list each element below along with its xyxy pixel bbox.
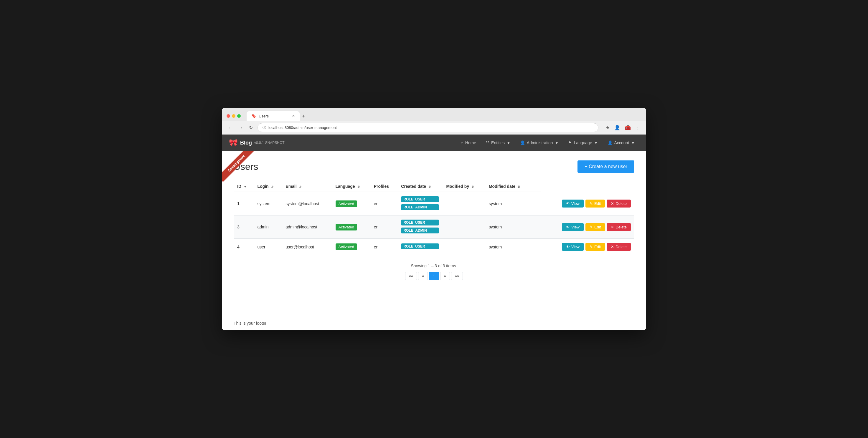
edit-button[interactable]: ✎ Edit: [585, 243, 605, 251]
delete-button[interactable]: ✕ Delete: [607, 223, 631, 231]
tab-close-icon[interactable]: ✕: [292, 114, 295, 118]
edit-icon: ✎: [590, 201, 593, 206]
nav-language-label: Language: [574, 140, 592, 145]
back-button[interactable]: ←: [226, 124, 234, 132]
next-page-button[interactable]: »: [440, 272, 450, 280]
view-button[interactable]: 👁 View: [562, 223, 584, 231]
nav-account[interactable]: 👤 Account ▼: [603, 138, 639, 147]
cell-created-date: [442, 215, 485, 239]
footer-text: This is your footer: [234, 321, 266, 326]
browser-window: 🔖 Users ✕ + ← → ↻ ⓘ localhost:8080/admin…: [222, 108, 646, 330]
nav-language[interactable]: ⚑ Language ▼: [564, 138, 602, 147]
address-bar: ← → ↻ ⓘ localhost:8080/admin/user-manage…: [222, 121, 646, 135]
col-language[interactable]: Language ⇵: [332, 181, 370, 192]
pagination-buttons: «« « 1 » »»: [234, 272, 634, 280]
edit-button[interactable]: ✎ Edit: [585, 200, 605, 207]
col-id[interactable]: ID ▼: [234, 181, 254, 192]
modifiedby-sort-icon: ⇵: [471, 185, 474, 189]
administration-icon: 👤: [520, 140, 525, 145]
cell-status: Activated: [332, 239, 370, 255]
cell-actions: 👁 View ✎ Edit ✕ Delete: [541, 239, 634, 255]
role-badge: ROLE_ADMIN: [401, 228, 439, 233]
brand-logo-icon: 🎀: [229, 139, 238, 147]
cell-created-date: [442, 239, 485, 255]
role-badge: ROLE_USER: [401, 220, 439, 226]
cell-language: en: [370, 215, 398, 239]
cell-modified-date: [532, 239, 541, 255]
bookmark-icon[interactable]: ★: [604, 124, 611, 132]
create-user-button[interactable]: + Create a new user: [578, 161, 634, 173]
menu-icon[interactable]: ⋮: [634, 124, 642, 132]
status-badge: Activated: [336, 224, 357, 231]
table-row: 1 system system@localhost Activated en R…: [234, 192, 634, 215]
id-sort-icon: ▼: [244, 185, 247, 189]
status-badge: Activated: [336, 200, 357, 207]
app-footer: This is your footer: [222, 316, 646, 330]
current-page-button[interactable]: 1: [429, 272, 439, 280]
traffic-lights: [226, 114, 241, 118]
extension-icon[interactable]: 🧰: [624, 124, 632, 132]
created-sort-icon: ⇵: [428, 185, 431, 189]
maximize-button[interactable]: [237, 114, 241, 118]
view-button[interactable]: 👁 View: [562, 200, 584, 207]
brand-version: v0.0.1-SNAPSHOT: [254, 141, 285, 145]
role-badge: ROLE_ADMIN: [401, 204, 439, 210]
forward-button[interactable]: →: [237, 124, 244, 132]
browser-actions: ★ 👤 🧰 ⋮: [604, 124, 642, 132]
reload-button[interactable]: ↻: [248, 124, 254, 132]
delete-icon: ✕: [611, 225, 614, 229]
cell-id: 1: [234, 192, 254, 215]
language-chevron-icon: ▼: [594, 140, 598, 145]
col-login[interactable]: Login ⇵: [254, 181, 282, 192]
cell-status: Activated: [332, 192, 370, 215]
edit-icon: ✎: [590, 245, 593, 249]
cell-email: system@localhost: [282, 192, 332, 215]
entities-chevron-icon: ▼: [506, 140, 510, 145]
address-box[interactable]: ⓘ localhost:8080/admin/user-management: [257, 123, 598, 132]
col-modified-date[interactable]: Modified date ⇵: [485, 181, 532, 192]
tab-icon: 🔖: [251, 113, 256, 118]
pagination-area: Showing 1 – 3 of 3 items. «« « 1 » »»: [234, 264, 634, 280]
role-badge: ROLE_USER: [401, 243, 439, 249]
minimize-button[interactable]: [232, 114, 236, 118]
nav-account-label: Account: [614, 140, 629, 145]
cell-profiles: ROLE_USERROLE_ADMIN: [398, 215, 442, 239]
account-icon: 👤: [608, 140, 613, 145]
nav-administration[interactable]: 👤 Administration ▼: [516, 138, 563, 147]
close-button[interactable]: [226, 114, 230, 118]
delete-button[interactable]: ✕ Delete: [607, 243, 631, 251]
col-created-date[interactable]: Created date ⇵: [398, 181, 442, 192]
language-sort-icon: ⇵: [358, 185, 360, 189]
eye-icon: 👁: [566, 225, 570, 229]
col-actions: [532, 181, 541, 192]
profile-sync-icon[interactable]: 👤: [613, 124, 621, 132]
cell-login: admin: [254, 215, 282, 239]
cell-modified-by: system: [485, 215, 532, 239]
col-profiles: Profiles: [370, 181, 398, 192]
login-sort-icon: ⇵: [271, 185, 273, 189]
cell-id: 3: [234, 215, 254, 239]
table-header: ID ▼ Login ⇵ Email ⇵ Language: [234, 181, 634, 192]
prev-page-button[interactable]: «: [418, 272, 428, 280]
tab-bar: 🔖 Users ✕ +: [247, 111, 642, 121]
cell-profiles: ROLE_USERROLE_ADMIN: [398, 192, 442, 215]
tab-label: Users: [259, 114, 269, 118]
nav-entities[interactable]: ☷ Entities ▼: [482, 138, 515, 147]
new-tab-button[interactable]: +: [300, 112, 308, 121]
table-body: 1 system system@localhost Activated en R…: [234, 192, 634, 255]
delete-button[interactable]: ✕ Delete: [607, 200, 631, 207]
cell-profiles: ROLE_USER: [398, 239, 442, 255]
col-email[interactable]: Email ⇵: [282, 181, 332, 192]
entities-icon: ☷: [486, 140, 489, 145]
nav-home[interactable]: ⌂ Home: [457, 138, 480, 147]
cell-created-date: [442, 192, 485, 215]
cell-language: en: [370, 192, 398, 215]
first-page-button[interactable]: ««: [405, 272, 417, 280]
edit-button[interactable]: ✎ Edit: [585, 223, 605, 231]
secure-icon: ⓘ: [262, 125, 266, 130]
last-page-button[interactable]: »»: [451, 272, 463, 280]
view-button[interactable]: 👁 View: [562, 243, 584, 251]
col-modified-by[interactable]: Modified by ⇵: [442, 181, 485, 192]
active-tab[interactable]: 🔖 Users ✕: [247, 111, 300, 121]
cell-status: Activated: [332, 215, 370, 239]
